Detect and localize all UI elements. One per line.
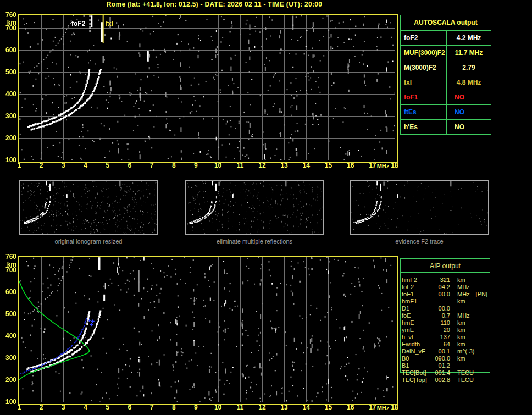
- x-tick-label: 13: [278, 403, 291, 411]
- x-axis-unit: MHz: [375, 163, 391, 169]
- aip-row-Ewidth: Ewidth64km: [402, 341, 530, 348]
- aip-label: ymE: [402, 327, 430, 334]
- thumbnail-caption-eliminate: eliminate multiple reflections: [185, 238, 324, 245]
- autoscala-table-rows: foF24.2 MHzMUF(3000)F211.7 MHzM(3000)F22…: [401, 31, 491, 134]
- y-tick-label: 300: [0, 112, 16, 120]
- x-tick-label: 12: [256, 403, 269, 411]
- aip-label: hmF1: [402, 298, 430, 305]
- parameter-value: NO: [447, 120, 491, 134]
- autoscala-row-fxI: fxI4.8 MHz: [401, 75, 491, 90]
- aip-unit: TECU: [457, 369, 474, 377]
- aip-label: foF1: [402, 291, 430, 298]
- autoscala-ionogram-screen: Rome (lat: +41.8, lon: 012.5) - DATE: 20…: [0, 0, 532, 415]
- aip-unit: km: [457, 355, 465, 362]
- x-tick-label: 3: [57, 403, 70, 411]
- aip-value: 002.8: [430, 377, 450, 384]
- parameter-label: fxI: [401, 75, 447, 90]
- x-tick-label: 9: [189, 403, 202, 411]
- aip-table-title: AIP output: [401, 259, 490, 273]
- parameter-label: h'Es: [401, 120, 447, 134]
- aip-label: D1: [402, 305, 430, 312]
- thumbnail-eliminate-reflections: [185, 180, 324, 235]
- parameter-value: 2.79: [447, 60, 491, 75]
- aip-table-rows: hmF2321kmfoF204.2MHzfoF100.0MHz[PN]hmF1-…: [402, 276, 530, 384]
- thumbnail-evidence-canvas: [351, 181, 488, 234]
- aip-unit: km: [457, 298, 465, 305]
- y-tick-label: 200: [0, 134, 16, 142]
- x-tick-label: 14: [300, 403, 313, 411]
- x-tick-label: 14: [300, 162, 313, 169]
- x-tick-label: 16: [344, 403, 357, 411]
- parameter-value: NO: [447, 90, 491, 104]
- y-tick-label: 200: [0, 376, 16, 384]
- aip-row-foF2: foF204.2MHz: [402, 284, 530, 291]
- autoscala-table-title: AUTOSCALA output: [401, 15, 491, 31]
- bottom-ionogram-canvas: [19, 257, 395, 402]
- x-tick-label: 10: [212, 162, 225, 169]
- aip-value: ---: [430, 298, 450, 305]
- autoscala-row-M(3000)F2: M(3000)F22.79: [401, 60, 491, 75]
- aip-unit: MHz: [457, 284, 470, 291]
- aip-row-D1: D100.0: [402, 305, 530, 312]
- aip-label: Ewidth: [402, 341, 430, 348]
- y-axis-unit: km: [0, 19, 16, 26]
- x-tick-label: 12: [256, 162, 269, 169]
- autoscala-row-foF1: foF1NO: [401, 90, 491, 105]
- aip-row-hmF1: hmF1---km: [402, 298, 530, 305]
- thumbnail-caption-evidence: evidence F2 trace: [350, 238, 489, 245]
- x-tick-label: 11: [234, 162, 247, 169]
- aip-value: 090.0: [430, 355, 450, 362]
- x-tick-label: 3: [57, 162, 70, 169]
- aip-label: B1: [402, 362, 430, 369]
- aip-row-ymE: ymE20km: [402, 327, 530, 334]
- x-tick-label: 16: [344, 162, 357, 169]
- y-tick-label: 400: [0, 90, 16, 98]
- aip-unit: km: [457, 327, 465, 334]
- aip-value: 00.1: [430, 348, 450, 355]
- aip-label: hmE: [402, 319, 430, 327]
- aip-value: 110: [430, 319, 450, 327]
- aip-row-TEC[Top]: TEC[Top]002.8TECU: [402, 377, 530, 384]
- autoscala-output-table: AUTOSCALA output foF24.2 MHzMUF(3000)F21…: [400, 15, 491, 135]
- x-tick-label: 9: [189, 162, 202, 169]
- parameter-value: 4.2 MHz: [447, 31, 491, 45]
- aip-label: TEC[Top]: [402, 377, 430, 384]
- autoscala-row-ftEs: ftEsNO: [401, 105, 491, 120]
- aip-value: 321: [430, 276, 450, 284]
- thumbnail-eliminate-canvas: [186, 181, 323, 234]
- y-axis-unit: km: [0, 261, 16, 268]
- aip-row-B1: B101.2: [402, 362, 530, 369]
- aip-extra: [PN]: [476, 291, 487, 298]
- aip-unit: TECU: [457, 377, 474, 384]
- aip-unit: MHz: [457, 291, 470, 298]
- y-tick-label: 760: [0, 253, 16, 261]
- aip-unit: km: [457, 334, 465, 341]
- thumbnail-original-canvas: [20, 181, 157, 234]
- top-ionogram-canvas: [19, 15, 395, 160]
- parameter-value: 11.7 MHz: [447, 46, 491, 60]
- x-tick-label: 7: [145, 403, 158, 411]
- x-tick-label: 15: [322, 162, 335, 169]
- parameter-label: foF2: [401, 31, 447, 45]
- y-tick-label: 100: [0, 156, 16, 164]
- x-tick-label: 5: [101, 162, 114, 169]
- aip-row-DelN_vE: DelN_vE00.1m^(-3): [402, 348, 530, 355]
- autoscala-row-foF2: foF24.2 MHz: [401, 31, 491, 46]
- aip-unit: m^(-3): [457, 348, 474, 355]
- aip-label: TEC[Bot]: [402, 369, 430, 377]
- x-tick-label: 5: [101, 403, 114, 411]
- aip-value: 137: [430, 334, 450, 341]
- autoscala-row-MUF(3000)F2: MUF(3000)F211.7 MHz: [401, 46, 491, 60]
- aip-row-foE: foE0.7MHz: [402, 312, 530, 319]
- aip-unit: km: [457, 341, 465, 348]
- x-tick-label: 7: [145, 162, 158, 169]
- aip-row-foF1: foF100.0MHz[PN]: [402, 291, 530, 298]
- page-title: Rome (lat: +41.8, lon: 012.5) - DATE: 20…: [18, 1, 411, 8]
- aip-value: 01.2: [430, 362, 450, 369]
- aip-unit: km: [457, 319, 465, 327]
- aip-row-B0: B0090.0km: [402, 355, 530, 362]
- aip-row-hmF2: hmF2321km: [402, 276, 530, 284]
- thumbnail-evidence-f2: [350, 180, 489, 235]
- x-tick-label: 4: [79, 162, 92, 169]
- y-tick-label: 400: [0, 332, 16, 340]
